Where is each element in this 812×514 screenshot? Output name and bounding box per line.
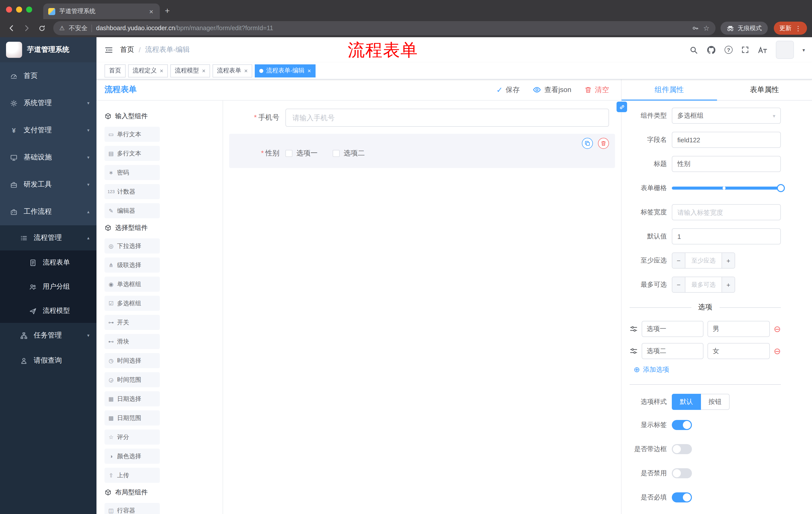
drag-handle-icon[interactable]	[630, 325, 638, 333]
palette-item-row-container[interactable]: ◫行容器	[105, 503, 160, 514]
slider-track[interactable]	[672, 187, 781, 190]
back-button[interactable]	[5, 22, 18, 35]
canvas-field-phone[interactable]: *手机号	[229, 109, 615, 127]
tag-process-form-edit[interactable]: 流程表单-编辑 ×	[255, 64, 316, 77]
sidebar-item-dev-tools[interactable]: 研发工具 ▾	[0, 171, 96, 198]
slider-handle[interactable]	[777, 184, 785, 192]
tag-process-form[interactable]: 流程表单 ×	[212, 64, 252, 77]
title-input[interactable]	[672, 156, 781, 172]
disabled-switch[interactable]	[672, 468, 692, 478]
border-switch[interactable]	[672, 444, 692, 454]
field-name-input[interactable]	[672, 132, 781, 148]
browser-tab[interactable]: 芋道管理系统 ×	[43, 3, 160, 19]
palette-item-date-range[interactable]: ▩日期范围	[105, 410, 160, 426]
remove-option-button[interactable]: ⊖	[774, 325, 781, 333]
palette-item-cascader[interactable]: ⋔级联选择	[105, 258, 160, 273]
palette-item-switch[interactable]: ⊶开关	[105, 315, 160, 330]
window-minimize-button[interactable]	[16, 6, 22, 12]
stepper-decrease-button[interactable]: −	[672, 277, 685, 292]
browser-menu-icon[interactable]: ⋮	[795, 24, 802, 32]
option-label-input[interactable]	[642, 343, 704, 359]
palette-item-rate[interactable]: ☆评分	[105, 430, 160, 444]
form-grid-slider[interactable]	[672, 180, 781, 196]
password-key-icon[interactable]	[692, 25, 699, 32]
max-select-input[interactable]	[685, 277, 722, 292]
required-switch[interactable]	[672, 492, 692, 503]
min-select-input[interactable]	[685, 253, 722, 268]
palette-item-upload[interactable]: ⇧上传	[105, 468, 160, 483]
font-size-icon[interactable]	[758, 46, 767, 54]
link-icon[interactable]	[616, 102, 627, 112]
option-label-input[interactable]	[642, 321, 704, 337]
option-value-input[interactable]	[708, 321, 770, 337]
search-icon[interactable]	[689, 46, 698, 54]
url-text[interactable]: dashboard.yudao.iocoder.cn/bpm/manager/f…	[96, 25, 688, 32]
sidebar-item-workflow[interactable]: 工作流程 ▴	[0, 198, 96, 225]
sidebar-item-process-form[interactable]: 流程表单	[0, 250, 96, 275]
tag-process-model[interactable]: 流程模型 ×	[170, 64, 210, 77]
palette-item-checkbox-group[interactable]: ☑多选框组	[105, 296, 160, 311]
palette-item-date-picker[interactable]: ▦日期选择	[105, 391, 160, 406]
palette-item-slider[interactable]: ⊷滑块	[105, 334, 160, 349]
address-bar[interactable]: ⚠ 不安全 dashboard.yudao.iocoder.cn/bpm/man…	[53, 21, 716, 35]
brand[interactable]: 芋道管理系统	[0, 37, 96, 62]
reload-button[interactable]	[35, 22, 48, 35]
window-close-button[interactable]	[6, 6, 12, 12]
save-button[interactable]: ✓ 保存	[496, 85, 520, 94]
copy-item-button[interactable]	[582, 138, 593, 149]
palette-item-select[interactable]: ◎下拉选择	[105, 238, 160, 253]
add-option-button[interactable]: ⊕ 添加选项	[634, 365, 781, 374]
sidebar-item-process-model[interactable]: 流程模型	[0, 299, 96, 323]
sidebar-item-home[interactable]: 首页	[0, 62, 96, 89]
canvas-field-gender-selected[interactable]: *性别 选项一 选项二	[229, 134, 615, 168]
palette-item-time-range[interactable]: ◶时间范围	[105, 372, 160, 387]
palette-item-counter[interactable]: 123计数器	[105, 184, 160, 199]
bookmark-star-icon[interactable]: ☆	[703, 24, 709, 32]
palette-item-single-line-text[interactable]: ▭单行文本	[105, 127, 160, 142]
drag-handle-icon[interactable]	[630, 347, 638, 355]
tag-close-icon[interactable]: ×	[202, 67, 205, 74]
sidebar-item-leave-query[interactable]: 请假查询	[0, 348, 96, 373]
clear-button[interactable]: 清空	[584, 85, 609, 94]
tab-close-icon[interactable]: ×	[148, 7, 155, 15]
palette-item-password[interactable]: ∗密码	[105, 165, 160, 180]
stepper-decrease-button[interactable]: −	[672, 253, 685, 268]
palette-item-color-picker[interactable]: ◑颜色选择	[105, 449, 160, 464]
window-zoom-button[interactable]	[26, 6, 32, 12]
palette-item-multi-line-text[interactable]: ▤多行文本	[105, 146, 160, 161]
forward-button[interactable]	[20, 22, 33, 35]
tag-close-icon[interactable]: ×	[308, 67, 311, 74]
avatar[interactable]	[776, 41, 794, 59]
default-value-input[interactable]	[672, 228, 781, 244]
checkbox-option-1[interactable]: 选项一	[285, 149, 318, 158]
help-icon[interactable]: ?	[725, 46, 733, 54]
sidebar-item-user-group[interactable]: 用户分组	[0, 275, 96, 299]
tab-component-properties[interactable]: 组件属性	[621, 79, 717, 100]
option-value-input[interactable]	[708, 343, 770, 359]
tag-process-definition[interactable]: 流程定义 ×	[128, 64, 168, 77]
form-canvas[interactable]: *手机号	[223, 101, 621, 514]
component-type-select[interactable]: 多选框组 ▾	[672, 108, 781, 124]
palette-item-time-picker[interactable]: ◷时间选择	[105, 353, 160, 368]
sidebar-item-system-management[interactable]: 系统管理 ▾	[0, 89, 96, 117]
sidebar-fold-button[interactable]	[96, 46, 120, 54]
style-button-button[interactable]: 按钮	[700, 394, 730, 410]
avatar-caret-icon[interactable]: ▾	[803, 47, 805, 53]
label-width-input[interactable]	[672, 204, 781, 220]
stepper-increase-button[interactable]: +	[722, 277, 735, 292]
new-tab-button[interactable]: +	[160, 6, 176, 19]
style-default-button[interactable]: 默认	[672, 394, 701, 410]
sidebar-item-process-management[interactable]: 流程管理 ▴	[0, 225, 96, 250]
security-label[interactable]: 不安全	[69, 24, 88, 32]
browser-update-button[interactable]: 更新 ⋮	[774, 22, 807, 35]
tag-home[interactable]: 首页	[105, 64, 126, 77]
tag-close-icon[interactable]: ×	[160, 67, 163, 74]
sidebar-item-payment-management[interactable]: ¥ 支付管理 ▾	[0, 117, 96, 144]
stepper-increase-button[interactable]: +	[722, 253, 735, 268]
palette-item-rich-editor[interactable]: ✎编辑器	[105, 203, 160, 218]
sidebar-item-infrastructure[interactable]: 基础设施 ▾	[0, 144, 96, 171]
view-json-button[interactable]: 查看json	[533, 85, 571, 94]
checkbox-option-2[interactable]: 选项二	[332, 149, 365, 158]
remove-option-button[interactable]: ⊖	[774, 347, 781, 355]
breadcrumb-home[interactable]: 首页	[120, 45, 134, 54]
